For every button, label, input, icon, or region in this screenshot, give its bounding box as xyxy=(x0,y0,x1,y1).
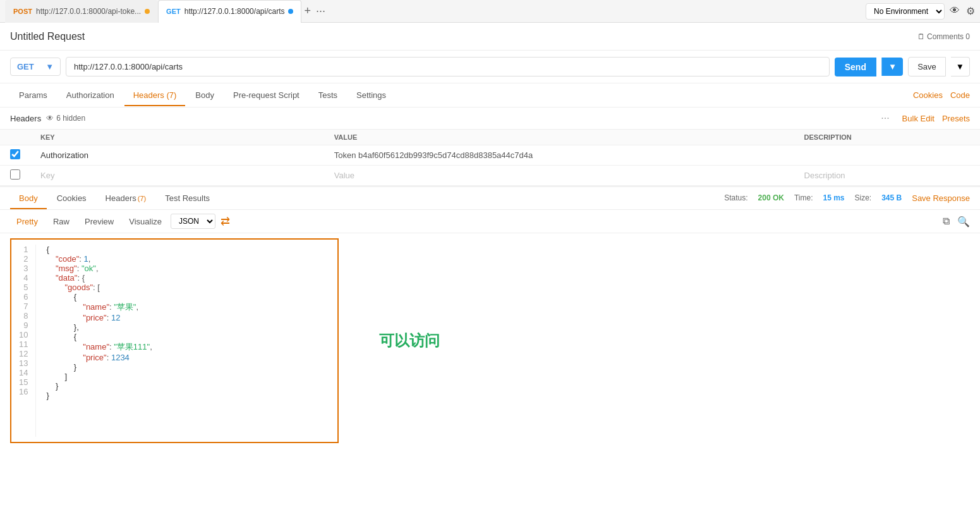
code-link[interactable]: Code xyxy=(950,90,970,100)
response-status-bar: Status: 200 OK Time: 15 ms Size: 345 B S… xyxy=(724,193,970,203)
code-output: 12345678910111213141516 { "code": 1, "ms… xyxy=(10,238,339,443)
format-select[interactable]: JSON xyxy=(171,214,215,229)
presets-button[interactable]: Presets xyxy=(942,114,970,123)
annotation-text: 可以访问 xyxy=(379,331,440,351)
request-title: Untitled Request xyxy=(10,31,917,42)
resp-tab-testresults[interactable]: Test Results xyxy=(156,188,219,209)
env-icons: 👁 ⚙ xyxy=(950,5,975,17)
view-tab-visualize[interactable]: Visualize xyxy=(123,214,168,229)
save-response-button[interactable]: Save Response xyxy=(912,193,970,203)
comments-icon: 🗒 xyxy=(917,32,925,41)
status-label: Status: xyxy=(724,193,747,203)
request-tabs: Params Authorization Headers (7) Body Pr… xyxy=(0,83,980,107)
headers-table: KEY VALUE DESCRIPTION Authorization Toke… xyxy=(0,130,980,186)
row1-key[interactable]: Authorization xyxy=(30,145,324,166)
tab-post[interactable]: POST http://127.0.0.1:8000/api-toke... xyxy=(5,0,158,23)
tab-actions: + ··· xyxy=(304,4,325,18)
tab-body[interactable]: Body xyxy=(186,85,223,106)
method-value: GET xyxy=(17,62,34,71)
more-options-button[interactable]: ··· xyxy=(881,113,889,124)
resp-tab-headers[interactable]: Headers(7) xyxy=(97,188,155,209)
headers-right: ··· Bulk Edit Presets xyxy=(881,113,970,124)
save-button[interactable]: Save xyxy=(908,57,946,76)
gear-icon[interactable]: ⚙ xyxy=(966,5,975,17)
method-select[interactable]: GET ▼ xyxy=(10,58,61,76)
tabs-bar: POST http://127.0.0.1:8000/api-toke... G… xyxy=(0,0,980,23)
headers-label: Headers xyxy=(10,114,41,123)
time-label: Time: xyxy=(794,193,813,203)
environment-select[interactable]: No Environment xyxy=(866,3,945,20)
view-tab-raw[interactable]: Raw xyxy=(47,214,76,229)
size-label: Size: xyxy=(855,193,872,203)
line-numbers: 12345678910111213141516 xyxy=(11,245,36,437)
tab-headers[interactable]: Headers (7) xyxy=(124,85,186,106)
url-input[interactable] xyxy=(66,57,830,76)
col-value: VALUE xyxy=(324,130,794,145)
row1-value[interactable]: Token b4af60f5612db993f9c5d74cd88d8385a4… xyxy=(324,145,794,166)
comments-label: Comments 0 xyxy=(927,32,970,41)
view-tabs-right: ⧉ 🔍 xyxy=(943,216,970,228)
view-tab-pretty[interactable]: Pretty xyxy=(10,214,44,229)
row2-value[interactable]: Value xyxy=(324,166,794,186)
response-tabs: Body Cookies Headers(7) Test Results Sta… xyxy=(0,186,980,210)
save-dropdown-button[interactable]: ▼ xyxy=(951,57,970,76)
table-row: Authorization Token b4af60f5612db993f9c5… xyxy=(0,145,980,166)
resp-tab-cookies[interactable]: Cookies xyxy=(48,188,95,209)
send-dropdown-button[interactable]: ▼ xyxy=(881,58,903,76)
tab-authorization[interactable]: Authorization xyxy=(57,85,123,106)
view-tab-preview[interactable]: Preview xyxy=(78,214,120,229)
time-value: 15 ms xyxy=(823,193,844,203)
row2-checkbox[interactable] xyxy=(10,169,20,180)
more-tabs-button[interactable]: ··· xyxy=(316,4,325,18)
row1-checkbox[interactable] xyxy=(10,149,20,159)
hidden-count: 6 hidden xyxy=(56,114,85,123)
search-icon[interactable]: 🔍 xyxy=(957,216,970,228)
row2-description[interactable]: Description xyxy=(794,166,980,186)
size-value: 345 B xyxy=(881,193,902,203)
col-description: DESCRIPTION xyxy=(794,130,980,145)
tab-tests[interactable]: Tests xyxy=(310,85,346,106)
row2-key[interactable]: Key xyxy=(30,166,324,186)
hidden-badge: 👁 6 hidden xyxy=(46,114,85,123)
send-button[interactable]: Send xyxy=(835,58,876,76)
method-dropdown-icon: ▼ xyxy=(45,62,54,71)
environment-bar: No Environment 👁 ⚙ xyxy=(866,3,975,20)
view-tabs: Pretty Raw Preview Visualize JSON ⇄ ⧉ 🔍 xyxy=(0,210,980,233)
tab-post-url: http://127.0.0.1:8000/api-toke... xyxy=(36,7,141,16)
eye-small-icon: 👁 xyxy=(46,114,54,123)
headers-toolbar: Headers 👁 6 hidden ··· Bulk Edit Presets xyxy=(0,107,980,130)
headers-table-header-row: KEY VALUE DESCRIPTION xyxy=(0,130,980,145)
url-bar: GET ▼ Send ▼ Save ▼ xyxy=(0,51,980,83)
comments-button[interactable]: 🗒 Comments 0 xyxy=(917,32,970,41)
table-row: Key Value Description xyxy=(0,166,980,186)
status-value: 200 OK xyxy=(758,193,784,203)
eye-icon[interactable]: 👁 xyxy=(950,5,960,17)
code-content: { "code": 1, "msg": "ok", "data": { "goo… xyxy=(36,245,337,437)
cookies-link[interactable]: Cookies xyxy=(913,90,943,100)
method-badge-post: POST xyxy=(13,8,32,15)
tab-params[interactable]: Params xyxy=(10,85,56,106)
response-section: Body Cookies Headers(7) Test Results Sta… xyxy=(0,186,980,448)
tab-settings[interactable]: Settings xyxy=(348,85,395,106)
tab-post-dot xyxy=(145,9,150,14)
add-tab-button[interactable]: + xyxy=(304,4,311,18)
resp-tab-body[interactable]: Body xyxy=(10,188,47,209)
tab-get-url: http://127.0.0.1:8000/api/carts xyxy=(185,7,285,16)
copy-icon[interactable]: ⧉ xyxy=(943,216,950,228)
method-badge-get: GET xyxy=(166,8,181,15)
tab-prerequest[interactable]: Pre-request Script xyxy=(224,85,308,106)
tab-get-dot xyxy=(288,9,293,14)
wrap-button[interactable]: ⇄ xyxy=(221,214,230,228)
col-key: KEY xyxy=(30,130,324,145)
code-wrapper: 12345678910111213141516 { "code": 1, "ms… xyxy=(0,233,980,448)
req-tabs-right: Cookies Code xyxy=(913,90,970,100)
request-title-row: Untitled Request 🗒 Comments 0 xyxy=(0,23,980,51)
row1-description[interactable] xyxy=(794,145,980,166)
bulk-edit-button[interactable]: Bulk Edit xyxy=(902,114,935,123)
tab-get[interactable]: GET http://127.0.0.1:8000/api/carts xyxy=(158,0,301,23)
